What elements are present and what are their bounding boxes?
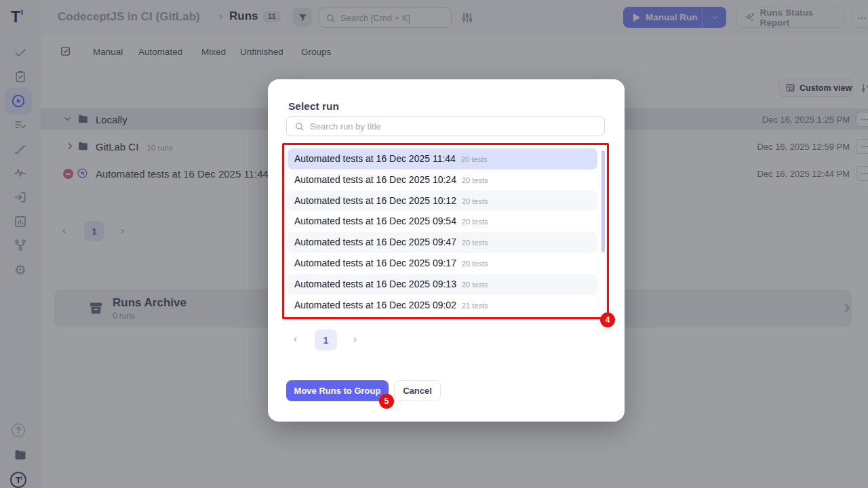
run-option[interactable]: Automated tests at 16 Dec 2025 10:2420 t…: [288, 169, 597, 190]
modal-title: Select run: [288, 100, 339, 113]
modal-pagination-page-1[interactable]: 1: [315, 329, 337, 350]
modal-pagination-next-button[interactable]: ›: [353, 333, 357, 344]
run-option[interactable]: Automated tests at 16 Dec 2025 09:0221 t…: [288, 295, 597, 316]
annotation-badge-4: 4: [600, 312, 615, 327]
run-search[interactable]: [286, 116, 605, 136]
run-search-input[interactable]: [310, 121, 581, 131]
move-runs-to-group-button[interactable]: Move Runs to Group: [286, 380, 389, 401]
run-option[interactable]: Automated tests at 16 Dec 2025 10:1220 t…: [288, 190, 597, 211]
run-option[interactable]: Automated tests at 16 Dec 2025 09:4720 t…: [288, 232, 597, 253]
run-option[interactable]: Automated tests at 16 Dec 2025 09:1320 t…: [288, 274, 597, 295]
run-option-selected[interactable]: Automated tests at 16 Dec 2025 11:4420 t…: [288, 148, 597, 169]
cancel-button[interactable]: Cancel: [394, 380, 441, 401]
annotated-run-list: Automated tests at 16 Dec 2025 11:4420 t…: [282, 143, 609, 319]
list-scrollbar[interactable]: [601, 150, 605, 252]
app-window: T ⚙ ?: [0, 0, 868, 488]
run-options-list: Automated tests at 16 Dec 2025 11:4420 t…: [288, 148, 597, 315]
search-icon: [294, 121, 304, 131]
run-option[interactable]: Automated tests at 16 Dec 2025 09:5420 t…: [288, 211, 597, 232]
modal-pagination-prev-button[interactable]: ‹: [294, 333, 297, 344]
run-option[interactable]: Automated tests at 16 Dec 2025 09:1720 t…: [288, 253, 597, 274]
select-run-modal: Select run Automated tests at 16 Dec 202…: [268, 79, 625, 422]
annotation-badge-5: 5: [379, 394, 394, 409]
